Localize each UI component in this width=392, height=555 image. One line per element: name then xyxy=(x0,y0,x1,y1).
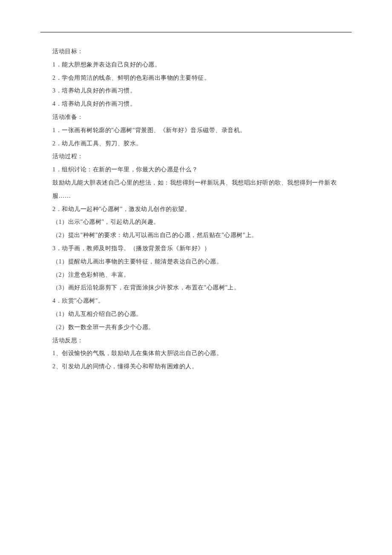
text-line: 2．学会用简洁的线条、鲜明的色彩画出事物的主要特征。 xyxy=(40,72,352,85)
text-line: 活动反思： xyxy=(40,334,352,347)
text-line: （1）幼儿互相介绍自己的心愿。 xyxy=(40,308,352,321)
text-line: 2．和幼儿一起种"心愿树"，激发幼儿创作的欲望。 xyxy=(40,203,352,216)
text-line: 4．欣赏"心愿树"。 xyxy=(40,295,352,308)
text-line: （1）出示"心愿树"，引起幼儿的兴趣。 xyxy=(40,216,352,229)
text-line: 1、创设愉快的气氛，鼓励幼儿在集体前大胆说出自己的心愿。 xyxy=(40,347,352,360)
text-line: 鼓励幼儿能大胆表述自己心里的想法，如：我想得到一样新玩具、我想唱出好听的歌、我想… xyxy=(40,176,352,203)
text-line: （2）注意色彩鲜艳、丰富。 xyxy=(40,269,352,282)
horizontal-rule xyxy=(40,32,352,32)
text-line: 活动准备： xyxy=(40,111,352,124)
document-content: 活动目标： 1．能大胆想象并表达自己良好的心愿。 2．学会用简洁的线条、鲜明的色… xyxy=(40,45,352,373)
text-line: 活动目标： xyxy=(40,45,352,58)
text-line: （2）数一数全班一共有多少个心愿。 xyxy=(40,321,352,334)
text-line: （3）画好后沿轮廓剪下，在背面涂抹少许胶水，布置在"心愿树"上。 xyxy=(40,281,352,295)
text-line: 1．组织讨论：在新的一年里，你最大的心愿是什么？ xyxy=(40,163,352,176)
text-line: （2）提出"种树"的要求：幼儿可以画出自己的心愿，然后贴在"心愿树"上。 xyxy=(40,229,352,242)
text-line: 2、引发幼儿的同情心，懂得关心和帮助有困难的人。 xyxy=(40,360,352,373)
document-page: 活动目标： 1．能大胆想象并表达自己良好的心愿。 2．学会用简洁的线条、鲜明的色… xyxy=(0,0,392,390)
text-line: 1．能大胆想象并表达自己良好的心愿。 xyxy=(40,58,352,72)
text-line: 3．培养幼儿良好的作画习惯。 xyxy=(40,84,352,98)
text-line: 活动过程： xyxy=(40,150,352,163)
text-line: 3．动手画，教师及时指导。（播放背景音乐《新年好》） xyxy=(40,242,352,255)
text-line: 4．培养幼儿良好的作画习惯。 xyxy=(40,98,352,111)
text-line: （1）提醒幼儿画出事物的主要特征，能清楚表达自己的心愿。 xyxy=(40,255,352,269)
text-line: 2．幼儿作画工具、剪刀、胶水。 xyxy=(40,137,352,150)
text-line: 1．一张画有树轮廓的"心愿树"背景图、《新年好》音乐磁带、录音机。 xyxy=(40,124,352,137)
